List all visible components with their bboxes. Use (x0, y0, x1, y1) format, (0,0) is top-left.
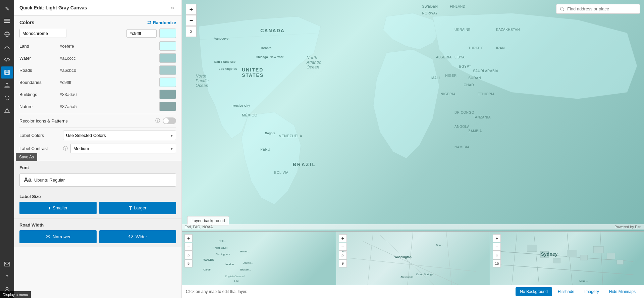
mini-washington-camp-springs: Camp Springs (416, 273, 433, 276)
label-colors-select[interactable]: Use Selected Colors Use Original Colors … (63, 131, 176, 140)
mini-europe-cardiff: Cardiff (203, 268, 211, 271)
svg-rect-1 (4, 20, 10, 21)
collapse-button[interactable]: « (169, 4, 176, 11)
roads-swatch[interactable] (159, 65, 176, 75)
bottom-tooltip: Display a menu (0, 291, 31, 298)
toolbar-btn-basemap[interactable] (1, 28, 13, 40)
svg-line-24 (501, 265, 634, 275)
svg-rect-35 (607, 253, 615, 259)
svg-rect-0 (4, 22, 10, 23)
recolor-help-icon[interactable]: ⓘ (155, 118, 160, 124)
monochrome-select[interactable]: Monochrome (19, 29, 66, 38)
toolbar-btn-vector[interactable] (1, 105, 13, 117)
mini-washington-am: Am... (342, 250, 348, 253)
toolbar-btn-styles[interactable] (1, 41, 13, 53)
mini-europe-england: ENGLAND (213, 246, 228, 250)
colors-section: Colors Randomize Monochrome Land #cefefe… (14, 16, 181, 161)
buildings-hex: #83a6a6 (60, 92, 159, 97)
mini-europe-zoom-in[interactable]: + (184, 234, 193, 242)
font-section-title: Font (19, 165, 176, 170)
main-map-attribution: Esri, FAO, NOAA Powered by Esri (182, 224, 644, 230)
label-size-title: Label Size (19, 194, 176, 199)
recolor-toggle[interactable] (163, 117, 176, 124)
smaller-label-button[interactable]: T Smaller (19, 202, 97, 214)
road-width-section: Road Width Narrower Wider (14, 218, 181, 247)
toggle-knob (163, 118, 169, 123)
toolbar-btn-publish[interactable] (1, 79, 13, 91)
svg-line-19 (350, 258, 476, 271)
svg-rect-34 (594, 247, 604, 253)
boundaries-swatch[interactable] (159, 78, 176, 87)
toolbar-btn-history[interactable] (1, 92, 13, 104)
main-map-zoom-out[interactable]: − (186, 15, 197, 26)
toolbar-btn-help[interactable]: ? (1, 270, 13, 283)
click-hint: Click on any map to edit that layer. (186, 289, 247, 294)
svg-rect-31 (554, 258, 560, 263)
boundaries-hex: #c9ffff (60, 80, 159, 85)
recolor-label: Recolor Icons & Patterns (19, 118, 153, 123)
mini-europe-search[interactable]: ⌕ (184, 251, 193, 259)
road-width-title: Road Width (19, 222, 176, 228)
map-search-input[interactable] (567, 6, 636, 11)
label-contrast-select-wrap: Low Medium High ▼ (70, 144, 176, 153)
font-section: Font Aa Ubuntu Regular (14, 161, 181, 194)
recolor-toggle-wrap (163, 117, 176, 124)
land-label: Land (19, 44, 60, 49)
tab-no-background[interactable]: No Background (516, 287, 552, 296)
narrower-button[interactable]: Narrower (19, 230, 97, 243)
quick-edit-panel: Quick Edit: Light Gray Canvas « Colors R… (14, 0, 182, 298)
monochrome-row: Monochrome (19, 29, 176, 38)
search-icon (560, 7, 565, 11)
label-contrast-help-icon[interactable]: ⓘ (63, 146, 68, 152)
larger-t-icon: T (129, 205, 132, 211)
tab-imagery[interactable]: Imagery (580, 287, 603, 296)
smaller-t-icon: T (48, 206, 51, 210)
wider-button[interactable]: Wider (99, 230, 176, 243)
toolbar-btn-share[interactable] (1, 258, 13, 270)
mini-europe-zoom-level: 5 (184, 259, 193, 267)
svg-rect-36 (617, 260, 624, 264)
bottom-tabs: No Background Hillshade Imagery Hide Min… (516, 287, 640, 296)
land-color-row: Land #cefefe (19, 41, 176, 51)
water-label: Water (19, 56, 60, 61)
water-swatch[interactable] (159, 53, 176, 63)
narrower-icon (45, 234, 51, 240)
monochrome-swatch[interactable] (159, 29, 176, 38)
mini-europe-zoom-out[interactable]: − (184, 243, 193, 251)
larger-label-button[interactable]: T Larger (99, 202, 176, 214)
attribution-left: Esri, FAO, NOAA (184, 225, 213, 229)
randomize-button[interactable]: Randomize (147, 20, 176, 25)
font-preview-box[interactable]: Aa Ubuntu Regular (19, 173, 176, 187)
nature-swatch[interactable] (159, 102, 176, 111)
main-map[interactable]: CANADA UNITEDSTATES MÉXICO VENEZUELA BRA… (182, 0, 644, 231)
map-search-bar (556, 4, 640, 14)
mini-washington-boo: Boo... (436, 244, 443, 247)
svg-point-15 (560, 7, 564, 10)
bottom-bar: Click on any map to edit that layer. No … (182, 285, 644, 298)
svg-rect-29 (527, 245, 537, 252)
mini-europe-london: London (225, 263, 234, 266)
toolbar-btn-code[interactable] (1, 54, 13, 66)
mini-europe-brussels: Brusse... (240, 268, 251, 271)
roads-color-row: Roads #a6cbcb (19, 65, 176, 75)
tab-hide-minimaps[interactable]: Hide Minimaps (605, 287, 640, 296)
mini-europe-channel: English Channel (225, 275, 244, 278)
panel-header: Quick Edit: Light Gray Canvas « (14, 0, 181, 16)
toolbar-btn-edit[interactable]: ✎ (1, 3, 13, 15)
monochrome-hex-input[interactable] (126, 29, 157, 38)
svg-line-16 (563, 10, 565, 11)
buildings-swatch[interactable] (159, 90, 176, 99)
water-hex: #a1cccc (60, 56, 159, 61)
mini-europe-lille: Lille (234, 280, 239, 283)
main-map-zoom-in[interactable]: + (186, 4, 197, 15)
water-color-row: Water #a1cccc (19, 53, 176, 63)
land-hex: #cefefe (60, 44, 159, 49)
toolbar-btn-save[interactable]: Save As (1, 66, 13, 79)
mini-europe-controls: + − ⌕ 5 (184, 234, 193, 267)
land-swatch[interactable] (159, 41, 176, 51)
save-as-tooltip: Save As (16, 153, 37, 161)
label-contrast-select[interactable]: Low Medium High (70, 144, 176, 153)
tab-hillshade[interactable]: Hillshade (553, 287, 579, 296)
panel-header-icons: « (169, 4, 176, 11)
toolbar-btn-layers[interactable] (1, 15, 13, 28)
